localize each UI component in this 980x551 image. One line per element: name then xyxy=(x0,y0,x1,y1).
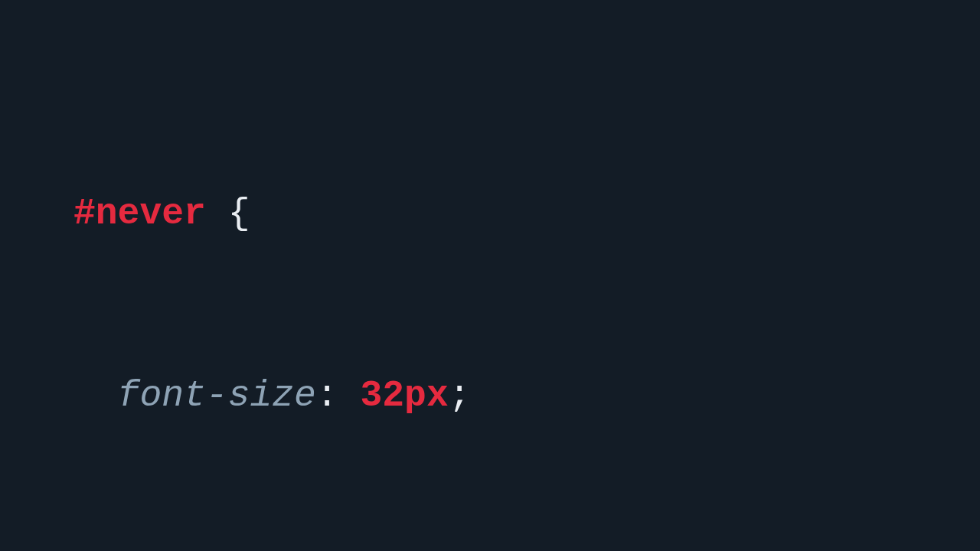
colon: : xyxy=(316,375,361,416)
code-line: } xyxy=(74,548,906,552)
selector-never: #never xyxy=(74,193,206,234)
semicolon: ; xyxy=(449,375,471,416)
css-code-block: #never { font-size: 32px; } #always { fo… xyxy=(74,63,906,551)
code-line: font-size: 32px; xyxy=(74,366,906,426)
brace-open: { xyxy=(206,193,250,234)
value-32px: 32px xyxy=(360,375,448,416)
property-font-size: font-size xyxy=(118,375,316,416)
code-line: #never { xyxy=(74,184,906,244)
